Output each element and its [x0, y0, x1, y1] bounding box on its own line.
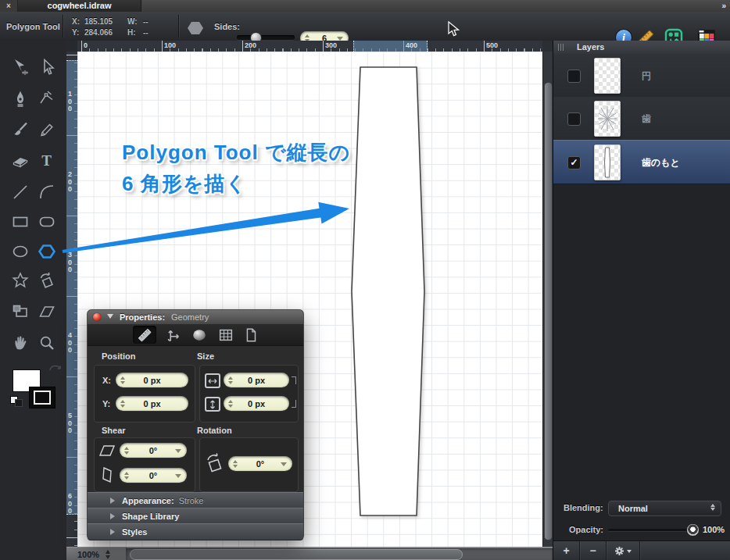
- horizontal-shear-icon: [99, 444, 115, 457]
- vertical-scrollbar[interactable]: [542, 52, 553, 547]
- shear-vertical-field[interactable]: 0°: [120, 468, 187, 483]
- position-x-field[interactable]: 0 px: [116, 373, 188, 387]
- shear-tool-button[interactable]: [36, 301, 57, 322]
- chevron-down-icon[interactable]: [281, 462, 287, 466]
- style-tab-gradient-ball-icon[interactable]: [191, 326, 208, 344]
- add-layer-button[interactable]: +: [553, 541, 580, 560]
- properties-panel: Properties: Geometry Position Size: [88, 310, 303, 539]
- layer-thumbnail[interactable]: [594, 58, 621, 94]
- ellipse-tool-button[interactable]: [9, 241, 30, 262]
- combine-shapes-icon: [11, 302, 30, 321]
- size-height-field[interactable]: 0 px: [224, 396, 289, 411]
- arc-icon: [38, 183, 56, 202]
- chevron-down-icon[interactable]: [175, 449, 181, 453]
- layer-visibility-checkbox[interactable]: [567, 70, 581, 83]
- polygon-icon-active: [37, 241, 57, 262]
- parallelogram-icon: [38, 302, 56, 321]
- blending-row: Blending: Normal: [553, 501, 730, 518]
- size-width-field[interactable]: 0 px: [224, 373, 289, 387]
- layer-visibility-checkbox[interactable]: [567, 112, 581, 126]
- line-icon: [11, 183, 30, 202]
- cursor-x-label: X:: [72, 17, 80, 26]
- hand-tool-button[interactable]: [9, 332, 30, 353]
- horizontal-scrollbar-thumb[interactable]: [130, 549, 463, 560]
- rectangle-tool-button[interactable]: [9, 211, 30, 232]
- ruler-tick: 500: [68, 412, 75, 435]
- geometry-tab-ruler-icon[interactable]: [136, 326, 153, 344]
- swap-fill-stroke-icon[interactable]: [48, 362, 63, 372]
- horizontal-ruler: 0 100 200 300 400 500: [77, 41, 542, 52]
- pencil-tool-button[interactable]: [36, 119, 57, 140]
- layer-thumbnail[interactable]: [594, 144, 621, 180]
- line-tool-button[interactable]: [9, 181, 30, 202]
- height-value: --: [143, 28, 149, 37]
- shape-library-section-bar[interactable]: Shape Library: [88, 508, 303, 525]
- move-tool-button[interactable]: [9, 56, 30, 77]
- gear-icon: [614, 546, 624, 556]
- properties-panel-header[interactable]: Properties: Geometry: [88, 310, 303, 325]
- rounded-rectangle-tool-button[interactable]: [36, 211, 57, 232]
- collapse-disclosure-icon[interactable]: [107, 314, 113, 319]
- vertical-scrollbar-thumb[interactable]: [544, 82, 553, 540]
- width-icon: [205, 373, 220, 388]
- star-tool-button[interactable]: [9, 269, 30, 291]
- rotation-field[interactable]: 0°: [228, 456, 292, 471]
- document-tab[interactable]: cogwheel.idraw: [18, 0, 141, 12]
- eraser-tool-button[interactable]: [9, 150, 30, 171]
- canvas-bottom-bar: 100%: [66, 547, 553, 560]
- plus-icon: +: [563, 544, 569, 557]
- zoom-control[interactable]: 100%: [66, 548, 127, 560]
- layer-visibility-checkbox-checked[interactable]: ✓: [567, 156, 581, 169]
- dropdown-stepper-icon: [710, 504, 715, 511]
- close-panel-button[interactable]: [93, 313, 101, 321]
- text-tool-button[interactable]: T: [36, 150, 57, 171]
- zoom-stepper-icon[interactable]: [106, 550, 110, 559]
- link-dimensions-icon[interactable]: [292, 376, 296, 384]
- stroke-color-swatch[interactable]: [29, 387, 55, 408]
- node-edit-tool-button[interactable]: [36, 87, 57, 109]
- chevron-down-icon[interactable]: [175, 474, 181, 478]
- styles-section-bar[interactable]: Styles: [88, 523, 303, 540]
- opacity-slider[interactable]: [608, 529, 696, 531]
- layer-row-teeth[interactable]: 歯: [553, 97, 730, 141]
- brush-tool-button[interactable]: [9, 119, 30, 140]
- transform-tab-icon[interactable]: [164, 326, 181, 344]
- arc-tool-button[interactable]: [36, 181, 57, 202]
- ruler-tick: 400: [68, 332, 75, 355]
- layers-panel-header[interactable]: Layers: [553, 41, 730, 55]
- polygon-tool-button[interactable]: [36, 241, 57, 262]
- pen-tool-button[interactable]: [9, 87, 30, 109]
- shear-horizontal-field[interactable]: 0°: [120, 443, 187, 458]
- zoom-tool-button[interactable]: [36, 332, 57, 353]
- vertical-shear-icon: [101, 466, 113, 483]
- document-tab-icon[interactable]: [242, 326, 259, 344]
- chevron-down-icon[interactable]: [337, 37, 343, 41]
- grid-tab-icon[interactable]: [217, 326, 234, 344]
- layer-row-tooth-base-selected[interactable]: ✓ 歯のもと: [553, 140, 730, 184]
- default-colors-icon-back: [15, 399, 23, 407]
- layer-thumbnail[interactable]: [594, 101, 621, 137]
- direct-select-tool-button[interactable]: [36, 56, 57, 77]
- ruler-tick: 300: [325, 41, 337, 49]
- layer-actions-button[interactable]: [607, 541, 640, 560]
- cursor-x-value: 185.105: [84, 17, 113, 26]
- tab-close-button[interactable]: ×: [0, 0, 18, 12]
- rotate-shape-tool-button[interactable]: [36, 269, 57, 291]
- opacity-slider-knob[interactable]: [686, 523, 700, 537]
- blending-dropdown[interactable]: Normal: [608, 501, 721, 516]
- sides-slider[interactable]: [237, 35, 295, 40]
- size-heading: Size: [197, 351, 214, 361]
- tab-overflow-button[interactable]: »: [721, 0, 726, 12]
- appearance-section-bar[interactable]: Appearance:Stroke: [88, 492, 303, 509]
- opacity-label: Opacity:: [569, 525, 603, 534]
- remove-layer-button[interactable]: −: [580, 541, 607, 560]
- pencil-icon: [38, 120, 56, 139]
- link-dimensions-icon[interactable]: [292, 400, 296, 408]
- combine-shapes-tool-button[interactable]: [9, 301, 30, 322]
- tab-bar: × cogwheel.idraw »: [0, 0, 730, 12]
- layer-row-circle[interactable]: 円: [553, 54, 730, 98]
- position-y-field[interactable]: 0 px: [116, 396, 188, 411]
- horizontal-scrollbar[interactable]: [127, 548, 553, 560]
- shear-horizontal-value: 0°: [149, 446, 158, 455]
- position-y-value: 0 px: [143, 399, 160, 408]
